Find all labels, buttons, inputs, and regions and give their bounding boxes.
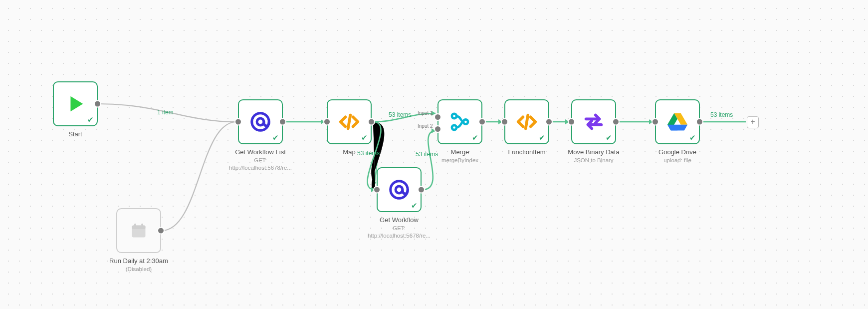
port-out[interactable]	[612, 118, 620, 126]
port-in-1[interactable]	[434, 113, 441, 121]
edge-label: 53 items	[416, 151, 438, 158]
play-icon	[64, 92, 87, 115]
check-icon: ✔	[272, 134, 279, 141]
swap-icon	[582, 110, 605, 133]
port-label-in2: Input 2	[418, 123, 433, 129]
node-label: Get Workflow List GET: http://localhost:…	[223, 148, 298, 171]
svg-point-16	[452, 114, 456, 118]
port-in[interactable]	[651, 118, 659, 126]
port-out[interactable]	[94, 100, 101, 108]
port-in[interactable]	[501, 118, 508, 126]
edge-label: 53 items	[357, 150, 380, 157]
node-cron-disabled[interactable]	[116, 208, 161, 253]
svg-rect-9	[132, 226, 146, 230]
check-icon: ✔	[87, 116, 94, 123]
node-label: Get Workflow GET: http://localhost:5678/…	[362, 216, 436, 239]
node-get-workflow-list[interactable]: ✔	[238, 99, 283, 144]
node-label: Start	[53, 130, 98, 138]
node-map[interactable]: ✔	[327, 99, 372, 144]
port-out[interactable]	[368, 118, 375, 126]
svg-rect-10	[134, 224, 136, 227]
port-in[interactable]	[323, 118, 331, 126]
port-out[interactable]	[478, 118, 486, 126]
node-label: Google Drive upload: file	[645, 148, 710, 164]
port-in-2[interactable]	[434, 125, 441, 133]
svg-point-12	[252, 113, 269, 131]
port-out[interactable]	[157, 227, 165, 235]
edge-label: 53 items	[389, 111, 411, 118]
check-icon: ✔	[411, 202, 418, 209]
check-icon: ✔	[539, 134, 545, 141]
port-out[interactable]	[545, 118, 553, 126]
check-icon: ✔	[606, 134, 612, 141]
port-out[interactable]	[279, 118, 286, 126]
svg-rect-11	[141, 224, 143, 227]
node-move-binary-data[interactable]: ✔	[571, 99, 616, 144]
svg-marker-2	[372, 182, 377, 186]
check-icon: ✔	[472, 134, 478, 141]
code-icon	[515, 110, 538, 133]
merge-icon	[448, 110, 471, 133]
add-node-button[interactable]: +	[747, 116, 759, 128]
code-icon	[338, 110, 361, 133]
at-icon	[388, 178, 411, 201]
edge-label: 1 item	[157, 109, 174, 116]
port-label-in1: Input 1	[418, 110, 433, 116]
port-out[interactable]	[696, 118, 703, 126]
port-in[interactable]	[234, 118, 242, 126]
node-get-workflow[interactable]: ✔	[377, 167, 422, 212]
check-icon: ✔	[361, 134, 368, 141]
at-icon	[249, 110, 272, 133]
node-label: Run Daily at 2:30am (Disabled)	[101, 257, 176, 273]
svg-point-14	[391, 181, 408, 199]
calendar-icon	[130, 222, 148, 240]
edge-label: 53 items	[710, 111, 733, 118]
port-out[interactable]	[418, 186, 425, 194]
port-in[interactable]	[568, 118, 575, 126]
svg-point-18	[463, 119, 468, 124]
node-label: FunctionItem	[494, 148, 559, 156]
check-icon: ✔	[689, 134, 696, 141]
port-in[interactable]	[373, 186, 381, 194]
node-merge[interactable]: ✔ Input 1 Input 2	[437, 99, 482, 144]
svg-point-17	[452, 125, 456, 130]
node-label: Move Binary Data JSON to Binary	[556, 148, 631, 164]
node-start[interactable]: ✔	[53, 81, 98, 126]
node-function-item[interactable]: ✔	[504, 99, 549, 144]
node-google-drive[interactable]: ✔	[655, 99, 700, 144]
google-drive-icon	[666, 110, 689, 133]
